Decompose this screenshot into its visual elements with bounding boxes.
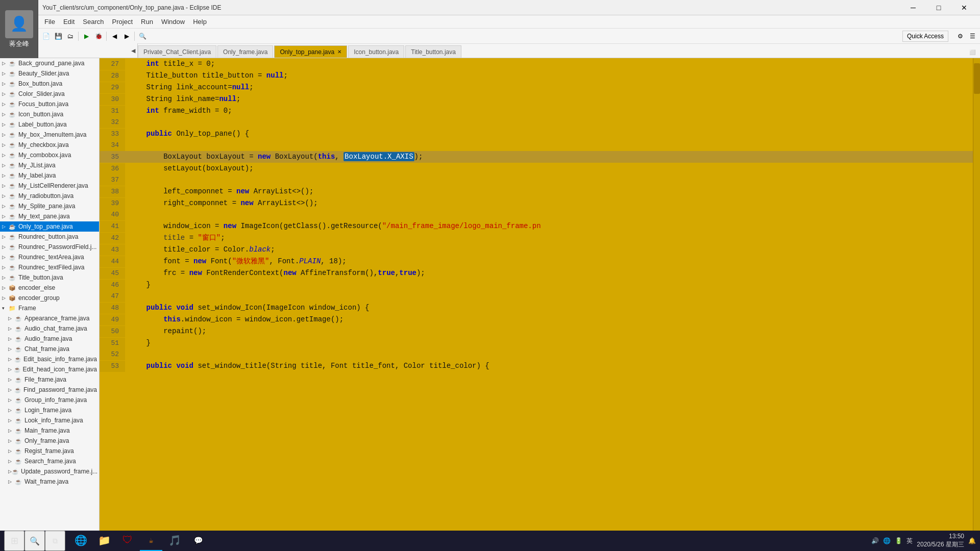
task-view-button[interactable]: ⧉ (45, 531, 65, 551)
save-button[interactable]: 💾 (53, 31, 64, 42)
arrow-icon: ▷ (2, 81, 8, 86)
code-editor[interactable]: 27 int title_x = 0; 28 Title_button titl… (100, 58, 980, 537)
taskbar-app-eclipse[interactable]: ☕ (140, 531, 162, 551)
sidebar-item-my-jlist[interactable]: ▷ ☕ My_JList.java (0, 160, 99, 170)
taskbar-notification-icon[interactable]: 🔔 (968, 537, 976, 544)
tab-label: Private_Chat_Client.java (143, 48, 211, 56)
sidebar-item-my-splite-pane[interactable]: ▷ ☕ My_Splite_pane.java (0, 201, 99, 211)
sidebar-item-audio-chat-frame[interactable]: ▷ ☕ Audio_chat_frame.java (0, 323, 99, 334)
sidebar-item-box-button[interactable]: ▷ ☕ Box_button.java (0, 79, 99, 89)
new-button[interactable]: 📄 (40, 31, 52, 42)
taskbar-app-security[interactable]: 🛡 (116, 531, 139, 551)
sidebar-item-roundrec-textarea[interactable]: ▷ ☕ Roundrec_textArea.java (0, 252, 99, 262)
taskbar-battery-icon[interactable]: 🔋 (895, 537, 902, 544)
sidebar-item-label: Main_frame.java (24, 427, 70, 434)
taskbar-app-music[interactable]: 🎵 (163, 531, 186, 551)
menu-project[interactable]: Project (108, 15, 137, 28)
tab-private-chat[interactable]: Private_Chat_Client.java (138, 45, 216, 58)
code-line-52: 52 (100, 349, 980, 360)
sidebar-item-back-ground-pane[interactable]: ▷ ☕ Back_ground_pane.java (0, 58, 99, 68)
sidebar-item-only-frame[interactable]: ▷ ☕ Only_frame.java (0, 436, 99, 446)
sidebar-item-my-box-jmenuitem[interactable]: ▷ ☕ My_box_JmenuItem.java (0, 130, 99, 140)
taskbar-network-icon[interactable]: 🌐 (883, 537, 891, 544)
sidebar-item-color-slider[interactable]: ▷ ☕ Color_Slider.java (0, 89, 99, 99)
sidebar-item-my-listcellrenderer[interactable]: ▷ ☕ My_ListCellRenderer.java (0, 181, 99, 191)
run-button[interactable]: ▶ (81, 31, 92, 42)
sidebar-item-find-password-frame[interactable]: ▷ ☕ Find_password_frame.java (0, 385, 99, 395)
tab-icon-button[interactable]: Icon_button.java (348, 45, 404, 58)
debug-button[interactable]: 🐞 (93, 31, 104, 42)
sidebar-item-focus-button[interactable]: ▷ ☕ Focus_button.java (0, 99, 99, 109)
sidebar-item-file-frame[interactable]: ▷ ☕ File_frame.java (0, 374, 99, 385)
line-text: public void set_window_Icon(ImageIcon wi… (125, 302, 370, 313)
sidebar-item-label-button[interactable]: ▷ ☕ Label_button.java (0, 119, 99, 130)
forward-button[interactable]: ▶ (121, 31, 132, 42)
perspective-button[interactable]: ⚙ (954, 31, 966, 42)
sidebar-item-edit-basic-info-frame[interactable]: ▷ ☕ Edit_basic_info_frame.java (0, 354, 99, 364)
menu-window[interactable]: Window (157, 15, 189, 28)
sidebar-item-beauty-slider[interactable]: ▷ ☕ Beauty_Slider.java (0, 68, 99, 79)
menu-edit[interactable]: Edit (59, 15, 79, 28)
line-number: 42 (100, 233, 125, 244)
scrollbar-thumb[interactable] (974, 63, 980, 94)
sidebar-item-frame-folder[interactable]: ▾ 📁 Frame (0, 303, 99, 313)
maximize-editor-button[interactable]: ⬜ (967, 46, 978, 58)
sidebar-item-main-frame[interactable]: ▷ ☕ Main_frame.java (0, 425, 99, 436)
sidebar-item-appearance-frame[interactable]: ▷ ☕ Appearance_frame.java (0, 313, 99, 323)
sidebar-item-regist-frame[interactable]: ▷ ☕ Regist_frame.java (0, 446, 99, 456)
sidebar-item-login-frame[interactable]: ▷ ☕ Login_frame.java (0, 405, 99, 415)
sidebar-item-edit-head-icon-frame[interactable]: ▷ ☕ Edit_head_icon_frame.java (0, 364, 99, 374)
menu-file[interactable]: File (40, 15, 59, 28)
line-number: 50 (100, 326, 125, 337)
sidebar-item-only-top-pane[interactable]: ▷ ☕ Only_top_pane.java (0, 221, 99, 232)
taskbar-app-explorer[interactable]: 📁 (93, 531, 115, 551)
tab-title-button[interactable]: Title_button.java (405, 45, 461, 58)
sidebar-item-roundrec-passwordfield[interactable]: ▷ ☕ Roundrec_PasswordField.j... (0, 242, 99, 252)
code-line-35: 35 BoxLayout boxLayout = new BoxLayout(t… (100, 151, 980, 163)
sidebar-item-audio-frame[interactable]: ▷ ☕ Audio_frame.java (0, 334, 99, 344)
sidebar-item-my-combobox[interactable]: ▷ ☕ My_combobox.java (0, 150, 99, 160)
search-button[interactable]: 🔍 (24, 531, 45, 551)
file-icon: ☕ (14, 437, 22, 445)
taskbar-app-wechat[interactable]: 💬 (187, 531, 209, 551)
quick-access-button[interactable]: Quick Access (902, 31, 948, 42)
minimize-button[interactable]: ─ (901, 0, 925, 15)
sidebar-item-update-password-frame[interactable]: ▷ ☕ Update_password_frame.j... (0, 466, 99, 477)
menu-help[interactable]: Help (189, 15, 211, 28)
vertical-scrollbar[interactable] (973, 58, 980, 537)
taskbar-volume-icon[interactable]: 🔊 (871, 537, 879, 544)
sidebar-item-my-radiobutton[interactable]: ▷ ☕ My_radiobutton.java (0, 191, 99, 201)
arrow-icon: ▷ (2, 234, 8, 239)
close-button[interactable]: ✕ (952, 0, 976, 15)
sidebar-item-encoder-else[interactable]: ▷ 📦 encoder_else (0, 283, 99, 293)
views-button[interactable]: ☰ (967, 31, 978, 42)
sidebar-item-search-frame[interactable]: ▷ ☕ Search_frame.java (0, 456, 99, 466)
sidebar-item-title-button[interactable]: ▷ ☕ Title_button.java (0, 272, 99, 283)
start-button[interactable]: ⊞ (4, 531, 24, 551)
sidebar-item-encoder-group[interactable]: ▷ 📦 encoder_group (0, 293, 99, 303)
sidebar-item-my-text-pane[interactable]: ▷ ☕ My_text_pane.java (0, 211, 99, 221)
tab-close-icon[interactable]: ✕ (337, 49, 341, 55)
menu-run[interactable]: Run (137, 15, 157, 28)
sidebar-item-my-checkbox[interactable]: ▷ ☕ My_checkbox.java (0, 140, 99, 150)
sidebar-item-wait-frame[interactable]: ▷ ☕ Wait_frame.java (0, 477, 99, 487)
tab-only-frame[interactable]: Only_frame.java (217, 45, 273, 58)
taskbar-clock[interactable]: 13:50 2020/5/26 星期三 (917, 533, 964, 548)
taskbar-app-edge[interactable]: 🌐 (69, 531, 92, 551)
search-button[interactable]: 🔍 (137, 31, 148, 42)
arrow-icon: ▷ (8, 397, 14, 403)
back-button[interactable]: ◀ (109, 31, 120, 42)
sidebar-item-look-info-frame[interactable]: ▷ ☕ Look_info_frame.java (0, 415, 99, 425)
code-line-53: 53 public void set_window_title(String t… (100, 360, 980, 372)
menu-search[interactable]: Search (79, 15, 108, 28)
maximize-button[interactable]: □ (927, 0, 950, 15)
sidebar-item-my-label[interactable]: ▷ ☕ My_label.java (0, 170, 99, 181)
tab-only-top-pane[interactable]: Only_top_pane.java ✕ (274, 45, 347, 58)
sidebar-item-chat-frame[interactable]: ▷ ☕ Chat_frame.java (0, 344, 99, 354)
sidebar-item-icon-button[interactable]: ▷ ☕ Icon_button.java (0, 109, 99, 119)
sidebar-collapse-btn[interactable]: ◀ (131, 47, 135, 54)
sidebar-item-group-info-frame[interactable]: ▷ ☕ Group_info_frame.java (0, 395, 99, 405)
sidebar-item-roundrec-button[interactable]: ▷ ☕ Roundrec_button.java (0, 232, 99, 242)
sidebar-item-roundrec-textfiled[interactable]: ▷ ☕ Roundrec_textFiled.java (0, 262, 99, 272)
save-all-button[interactable]: 🗂 (65, 31, 76, 42)
